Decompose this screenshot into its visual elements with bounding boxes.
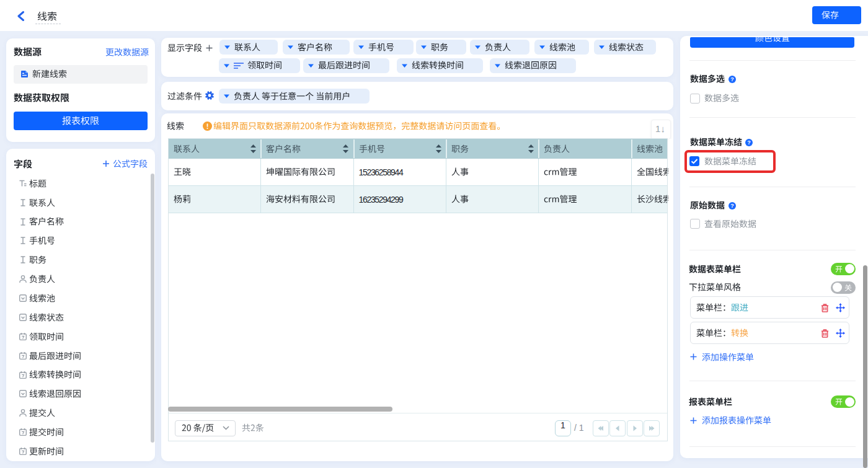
svg-text:?: ? <box>730 203 734 209</box>
svg-text:?: ? <box>747 139 751 146</box>
svg-text:?: ? <box>730 76 734 82</box>
